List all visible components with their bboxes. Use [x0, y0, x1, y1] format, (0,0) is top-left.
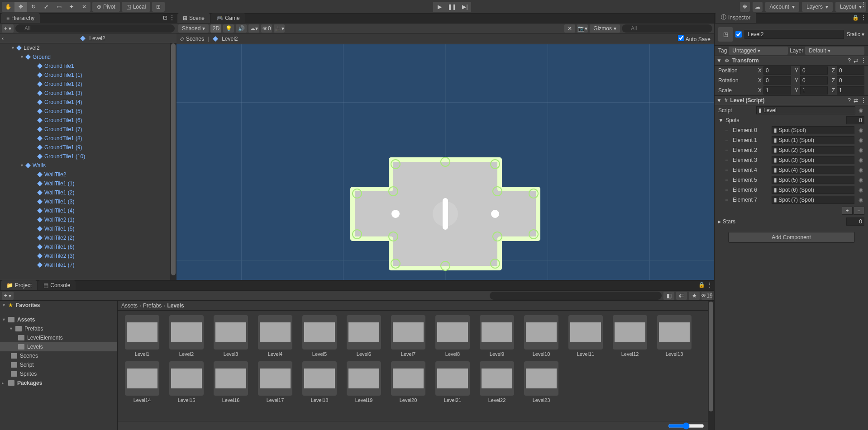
spots-element-row[interactable]: ═Element 5▮ Spot (5) (Spot)◉: [715, 175, 868, 185]
step-button[interactable]: ▶|: [458, 2, 471, 12]
hierarchy-item[interactable]: WallTile2 (2)›: [0, 233, 176, 242]
account-dropdown[interactable]: Account ▾: [765, 2, 799, 12]
pos-y[interactable]: [800, 66, 828, 75]
snap-toggle[interactable]: ⊞: [152, 2, 165, 12]
transform-component[interactable]: ▼⚙ Transform ? ⇄ ⋮: [715, 56, 868, 66]
object-field[interactable]: ▮ Spot (6) (Spot): [772, 186, 854, 194]
asset-item[interactable]: Level23: [521, 361, 561, 403]
scale-x[interactable]: [763, 86, 791, 95]
asset-item[interactable]: Level22: [477, 361, 517, 403]
prefab-back-button[interactable]: ‹: [2, 35, 11, 42]
breadcrumb-segment[interactable]: Levels: [167, 302, 184, 309]
search-by-label[interactable]: 🏷: [676, 292, 687, 300]
search-by-type[interactable]: ◧: [663, 292, 674, 300]
pos-x[interactable]: [763, 66, 791, 75]
lock-icon[interactable]: 🔒: [852, 14, 859, 21]
asset-item[interactable]: Level5: [300, 315, 339, 357]
spots-element-row[interactable]: ═Element 3▮ Spot (3) (Spot)◉: [715, 155, 868, 165]
object-picker-icon[interactable]: ◉: [857, 107, 864, 113]
asset-item[interactable]: Level11: [566, 315, 606, 357]
hierarchy-item[interactable]: GroundTile1›: [0, 61, 176, 71]
hierarchy-item[interactable]: GroundTile1 (7)›: [0, 125, 176, 134]
levels-folder[interactable]: Levels: [0, 342, 117, 351]
hierarchy-item[interactable]: WallTile1 (7)›: [0, 260, 176, 269]
scene-tab[interactable]: ⊞ Scene: [177, 13, 210, 23]
lock-icon[interactable]: 🔒: [698, 282, 705, 288]
object-picker-icon[interactable]: ◉: [857, 127, 864, 133]
help-icon[interactable]: ?: [848, 97, 851, 104]
hierarchy-item[interactable]: WallTile1 (1)›: [0, 179, 176, 188]
assets-folder[interactable]: ▼Assets: [0, 315, 117, 324]
hierarchy-item[interactable]: GroundTile1 (8)›: [0, 134, 176, 143]
list-add-button[interactable]: +: [842, 207, 853, 215]
2d-toggle[interactable]: 2D: [210, 24, 221, 33]
inspector-tab[interactable]: ⓘ Inspector: [715, 12, 756, 23]
spots-element-row[interactable]: ═Element 2▮ Spot (2) (Spot)◉: [715, 145, 868, 155]
object-field[interactable]: ▮ Spot (2) (Spot): [772, 146, 854, 154]
breadcrumb-segment[interactable]: Prefabs: [143, 302, 162, 309]
object-field[interactable]: ▮ Spot (5) (Spot): [772, 176, 854, 184]
breadcrumb-scenes[interactable]: ◇ Scenes: [180, 36, 204, 42]
hierarchy-walls[interactable]: ▼ Walls: [0, 161, 176, 170]
scenes-folder[interactable]: Scenes: [0, 351, 117, 360]
preset-icon[interactable]: ⇄: [854, 57, 858, 64]
asset-item[interactable]: Level4: [255, 315, 295, 357]
project-search[interactable]: [490, 292, 662, 300]
spots-element-row[interactable]: ═Element 7▮ Spot (7) (Spot)◉: [715, 195, 868, 205]
hierarchy-item[interactable]: GroundTile1 (3)›: [0, 89, 176, 98]
move-tool[interactable]: ✥: [14, 2, 27, 12]
preset-icon[interactable]: ⇄: [854, 97, 858, 104]
object-field[interactable]: ▮ Spot (Spot): [772, 126, 854, 134]
static-checkbox[interactable]: Static ▾: [847, 31, 864, 38]
hierarchy-root[interactable]: ▼ Level2: [0, 43, 176, 52]
breadcrumb-segment[interactable]: Assets: [121, 302, 138, 309]
cloud-icon[interactable]: ☁: [753, 2, 763, 12]
object-picker-icon[interactable]: ◉: [857, 177, 864, 183]
help-icon[interactable]: ?: [848, 57, 851, 64]
level-component[interactable]: ▼# Level (Script) ? ⇄ ⋮: [715, 95, 868, 105]
lighting-toggle[interactable]: 💡: [223, 24, 234, 33]
hierarchy-item[interactable]: WallTile2 (1)›: [0, 215, 176, 224]
autosave-checkbox[interactable]: Auto Save: [678, 35, 711, 43]
prefabs-folder[interactable]: ▼Prefabs: [0, 324, 117, 333]
hierarchy-tab[interactable]: ≡ Hierarchy: [1, 13, 40, 23]
asset-item[interactable]: Level8: [433, 315, 472, 357]
menu-icon[interactable]: ⋮: [707, 282, 712, 288]
asset-item[interactable]: Level16: [211, 361, 251, 403]
game-tab[interactable]: 🎮 Game: [211, 13, 245, 23]
hierarchy-item[interactable]: GroundTile1 (5)›: [0, 107, 176, 116]
object-field[interactable]: ▮ Spot (7) (Spot): [772, 196, 854, 204]
asset-item[interactable]: Level17: [255, 361, 295, 403]
favorites-folder[interactable]: ▼★Favorites: [0, 301, 117, 310]
object-picker-icon[interactable]: ◉: [857, 187, 864, 193]
play-button[interactable]: ▶: [433, 2, 446, 12]
popout-icon[interactable]: ⊡: [163, 14, 167, 21]
hierarchy-item[interactable]: WallTile1 (4)›: [0, 206, 176, 215]
asset-item[interactable]: Level1: [122, 315, 162, 357]
object-picker-icon[interactable]: ◉: [857, 167, 864, 173]
asset-item[interactable]: Level15: [167, 361, 206, 403]
object-field[interactable]: ▮ Spot (4) (Spot): [772, 166, 854, 174]
menu-icon[interactable]: ⋮: [861, 1, 866, 7]
asset-item[interactable]: Level14: [122, 361, 162, 403]
asset-item[interactable]: Level18: [300, 361, 339, 403]
draw-mode-dropdown[interactable]: Shaded ▾: [178, 24, 209, 33]
breadcrumb-level[interactable]: Level2: [213, 36, 238, 42]
menu-icon[interactable]: ⋮: [169, 14, 175, 21]
save-search[interactable]: ★: [689, 292, 700, 300]
asset-item[interactable]: Level9: [477, 315, 517, 357]
hierarchy-item[interactable]: WallTile1 (3)›: [0, 197, 176, 206]
menu-icon[interactable]: ⋮: [861, 97, 866, 104]
rot-x[interactable]: [763, 76, 791, 85]
menu-icon[interactable]: ⋮: [861, 14, 866, 21]
rotate-tool[interactable]: ↻: [27, 2, 40, 12]
thumbnail-size-slider[interactable]: [668, 422, 704, 430]
rect-tool[interactable]: ▭: [52, 2, 65, 12]
object-field[interactable]: ▮ Spot (3) (Spot): [772, 156, 854, 164]
asset-item[interactable]: Level21: [433, 361, 472, 403]
packages-folder[interactable]: ▸Packages: [0, 378, 117, 387]
spots-element-row[interactable]: ═Element 4▮ Spot (4) (Spot)◉: [715, 165, 868, 175]
spots-count[interactable]: [846, 116, 864, 124]
list-remove-button[interactable]: −: [854, 207, 864, 215]
hierarchy-search[interactable]: [15, 24, 175, 33]
